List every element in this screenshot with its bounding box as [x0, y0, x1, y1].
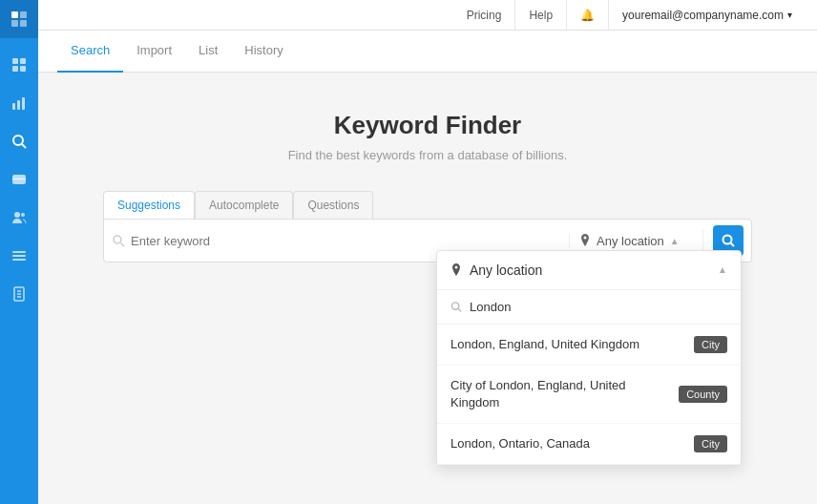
- content-area: Keyword Finder Find the best keywords fr…: [38, 73, 817, 504]
- location-pin-icon: [579, 234, 591, 247]
- topbar: Pricing Help 🔔 youremail@companyname.com…: [38, 0, 817, 31]
- sidebar-grid-icon[interactable]: [2, 48, 36, 82]
- notifications-bell[interactable]: 🔔: [567, 0, 609, 30]
- help-link[interactable]: Help: [515, 0, 567, 30]
- svg-rect-7: [20, 66, 26, 72]
- svg-rect-6: [12, 66, 18, 72]
- svg-rect-4: [12, 58, 18, 64]
- search-tabs: Suggestions Autocomplete Questions: [103, 191, 752, 219]
- result-badge-london-ca: City: [694, 435, 727, 452]
- result-label-london-uk: London, England, United Kingdom: [450, 336, 639, 353]
- keyword-input[interactable]: [131, 234, 563, 248]
- location-search-input[interactable]: [470, 300, 727, 314]
- svg-rect-0: [11, 11, 18, 18]
- location-label: Any location: [597, 234, 664, 248]
- dropdown-collapse-arrow: ▲: [718, 264, 727, 275]
- dropdown-results: London, England, United Kingdom City Cit…: [437, 325, 741, 466]
- svg-rect-3: [20, 20, 27, 27]
- svg-rect-5: [20, 58, 26, 64]
- dropdown-any-location-label: Any location: [470, 262, 710, 278]
- tab-suggestions[interactable]: Suggestions: [103, 191, 195, 219]
- svg-line-25: [121, 243, 125, 247]
- main-wrapper: Pricing Help 🔔 youremail@companyname.com…: [38, 0, 817, 504]
- result-badge-city-of-london: County: [679, 386, 727, 403]
- location-arrow-icon: ▲: [670, 236, 680, 246]
- bell-icon: 🔔: [580, 9, 595, 22]
- svg-rect-14: [12, 178, 26, 179]
- svg-point-26: [451, 302, 458, 308]
- keyword-search-icon: [112, 234, 125, 247]
- dropdown-pin-icon: [450, 263, 462, 277]
- subnav: Search Import List History: [38, 31, 817, 73]
- sidebar-doc-icon[interactable]: [2, 277, 36, 311]
- tab-autocomplete[interactable]: Autocomplete: [195, 191, 293, 219]
- svg-line-27: [458, 308, 461, 311]
- location-selector[interactable]: Any location ▲ Any location ▲: [569, 234, 693, 248]
- sidebar-search-icon[interactable]: [2, 124, 36, 158]
- result-label-london-ca: London, Ontario, Canada: [450, 435, 590, 452]
- search-container: Suggestions Autocomplete Questions Any l…: [84, 191, 771, 262]
- dropdown-header[interactable]: Any location ▲: [437, 251, 741, 290]
- sidebar-card-icon[interactable]: [2, 162, 36, 197]
- result-label-city-of-london: City of London, England, United Kingdom: [450, 377, 641, 411]
- location-result-london-ca[interactable]: London, Ontario, Canada City: [437, 424, 741, 465]
- sidebar-list-icon[interactable]: [2, 239, 36, 273]
- subnav-import[interactable]: Import: [123, 31, 185, 73]
- page-subtitle: Find the best keywords from a database o…: [38, 148, 817, 162]
- tab-questions[interactable]: Questions: [293, 191, 373, 219]
- page-title: Keyword Finder: [38, 111, 817, 140]
- result-badge-london-uk: City: [694, 336, 727, 353]
- svg-rect-18: [12, 255, 26, 257]
- svg-rect-10: [22, 97, 25, 110]
- location-result-city-of-london[interactable]: City of London, England, United Kingdom …: [437, 366, 741, 424]
- svg-rect-9: [17, 100, 20, 110]
- location-result-london-uk[interactable]: London, England, United Kingdom City: [437, 325, 741, 366]
- svg-line-29: [731, 243, 735, 247]
- svg-point-28: [723, 236, 732, 244]
- svg-point-15: [14, 212, 20, 218]
- sidebar-chart-icon[interactable]: [2, 86, 36, 120]
- svg-rect-19: [12, 259, 26, 261]
- subnav-history[interactable]: History: [231, 31, 296, 73]
- svg-rect-17: [12, 251, 26, 253]
- user-dropdown-arrow: ▾: [787, 10, 792, 20]
- dropdown-search-icon: [450, 301, 462, 313]
- logo-area: [0, 0, 38, 38]
- user-menu[interactable]: youremail@companyname.com ▾: [609, 0, 806, 30]
- search-bar: Any location ▲ Any location ▲: [103, 219, 752, 262]
- dropdown-search-area: [437, 290, 741, 325]
- svg-point-24: [114, 236, 121, 243]
- search-button-icon: [722, 234, 735, 247]
- svg-rect-8: [12, 103, 15, 110]
- subnav-list[interactable]: List: [185, 31, 231, 73]
- svg-line-12: [22, 144, 26, 148]
- svg-point-16: [21, 213, 25, 217]
- svg-rect-1: [20, 11, 27, 18]
- page-header: Keyword Finder Find the best keywords fr…: [38, 73, 817, 191]
- svg-point-11: [13, 136, 23, 145]
- pricing-link[interactable]: Pricing: [453, 0, 516, 30]
- location-dropdown: Any location ▲ London, England, United K…: [436, 250, 742, 467]
- svg-rect-2: [11, 20, 18, 27]
- sidebar-people-icon[interactable]: [2, 200, 36, 235]
- divider: [702, 229, 703, 252]
- logo-icon: [10, 10, 29, 29]
- sidebar: [0, 0, 38, 504]
- subnav-search[interactable]: Search: [57, 31, 123, 73]
- user-email: youremail@companyname.com: [622, 9, 784, 22]
